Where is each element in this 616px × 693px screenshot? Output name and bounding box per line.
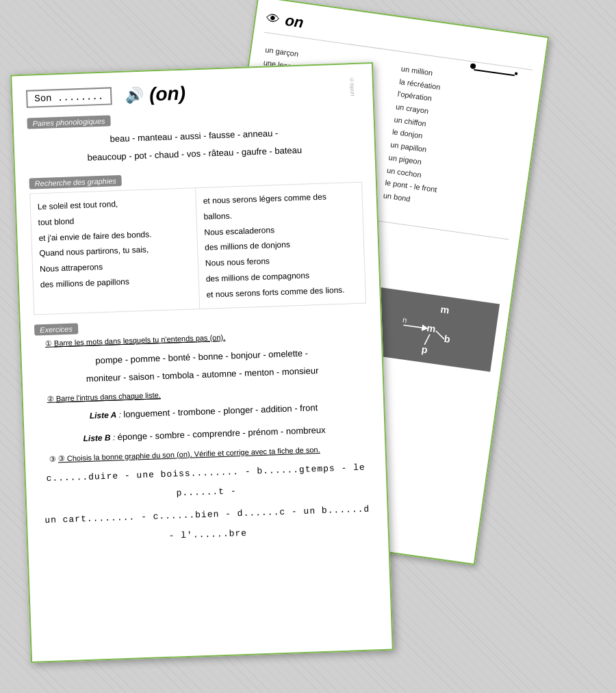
poem-col1: Le soleil est tout rond, tout blond et j… bbox=[30, 188, 200, 314]
svg-text:m: m bbox=[440, 304, 450, 316]
svg-text:n: n bbox=[402, 315, 407, 324]
eye-icon: 👁 bbox=[265, 10, 281, 28]
ex1-line1: pompe - pomme - bonté - bonne - bonjour … bbox=[95, 348, 308, 365]
ex1-number: ① bbox=[45, 339, 54, 347]
arrow-dot bbox=[470, 63, 476, 69]
back-card-title: on bbox=[284, 12, 305, 31]
paires-line2: beaucoup - pot - chaud - vos - râteau - … bbox=[87, 145, 302, 163]
ex3-text: ③ Choisis la bonne graphie du son (on). … bbox=[58, 445, 320, 462]
recherche-label: Recherche des graphies bbox=[29, 175, 122, 189]
recherche-grid: Le soleil est tout rond, tout blond et j… bbox=[29, 182, 366, 315]
ex1-text: Barre les mots dans lesquels tu n'entend… bbox=[54, 332, 226, 347]
liste-a-label: Liste A : bbox=[90, 410, 124, 421]
exercices-label: Exercices bbox=[34, 323, 78, 335]
ex1-line2: moniteur - saison - tombola - automne - … bbox=[86, 365, 319, 384]
svg-text:b: b bbox=[444, 332, 451, 344]
front-card-header: Son ........ 🔊 (on) ©isport bbox=[26, 77, 359, 110]
watermark: ©isport bbox=[349, 77, 356, 96]
ex3-number: ③ bbox=[49, 454, 58, 462]
svg-text:p: p bbox=[421, 343, 428, 355]
paires-line1: beau - manteau - aussi - fausse - anneau… bbox=[110, 128, 278, 144]
liste-b-words: éponge - sombre - comprendre - prénom - … bbox=[117, 425, 326, 443]
paires-label: Paires phonologiques bbox=[27, 115, 110, 129]
liste-b: Liste B : éponge - sombre - comprendre -… bbox=[38, 421, 371, 449]
ex2-text: Barre l'intrus dans chaque liste. bbox=[56, 391, 161, 402]
svg-line-8 bbox=[424, 334, 430, 345]
ex1-words: pompe - pomme - bonté - bonne - bonjour … bbox=[35, 342, 369, 389]
on-title: (on) bbox=[149, 83, 186, 106]
front-card: Son ........ 🔊 (on) ©isport Paires phono… bbox=[10, 62, 394, 663]
son-box: Son ........ bbox=[26, 87, 112, 107]
liste-b-label: Liste B : bbox=[83, 433, 117, 444]
poem-col2: et nous serons légers comme des ballons.… bbox=[196, 183, 365, 309]
back-card-col2: un million la récréation l'opération un … bbox=[377, 59, 532, 236]
ex2-number: ② bbox=[47, 394, 55, 402]
svg-line-6 bbox=[435, 330, 445, 339]
liste-a-words: longuement - trombone - plonger - additi… bbox=[123, 402, 318, 419]
paires-section: Paires phonologiques beau - manteau - au… bbox=[27, 107, 361, 169]
poem-line-7: et nous serons légers comme des ballons. bbox=[203, 188, 355, 224]
svg-line-3 bbox=[404, 325, 426, 328]
diagram-svg: m n m b p bbox=[397, 298, 459, 359]
hw-line2: un cart........ - c......bien - d......c… bbox=[40, 499, 374, 550]
exercices-section: Exercices ① Barre les mots dans lesquels… bbox=[34, 313, 374, 550]
svg-text:m: m bbox=[426, 322, 437, 335]
recherche-section: Recherche des graphies Le soleil est tou… bbox=[29, 167, 366, 315]
sound-icon: 🔊 bbox=[125, 86, 144, 105]
